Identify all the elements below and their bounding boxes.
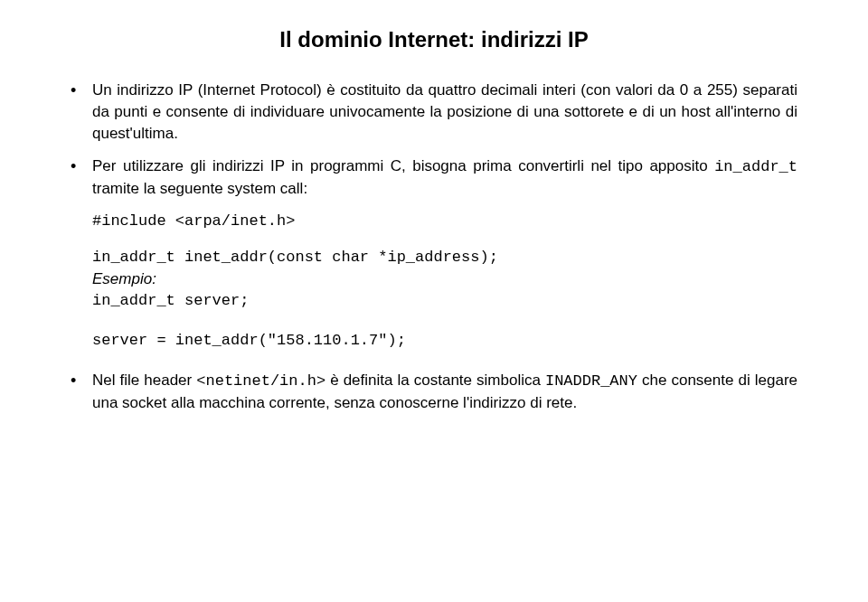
example-label: Esempio: <box>92 268 797 290</box>
text-fragment: tramite la seguente system call: <box>92 180 307 197</box>
bullet-item: • Per utilizzare gli indirizzi IP in pro… <box>71 155 797 200</box>
page-title: Il dominio Internet: indirizzi IP <box>71 27 797 52</box>
bullet-item: • Nel file header <netinet/in.h> è defin… <box>71 370 797 414</box>
inline-code: <netinet/in.h> <box>196 372 326 390</box>
bullet-icon: • <box>71 155 92 200</box>
inline-code: in_addr_t <box>714 158 797 175</box>
text-fragment: Nel file header <box>92 372 196 389</box>
text-fragment: è definita la costante simbolica <box>326 372 545 389</box>
paragraph: Per utilizzare gli indirizzi IP in progr… <box>92 155 797 200</box>
document-page: Il dominio Internet: indirizzi IP • Un i… <box>0 0 868 450</box>
bullet-icon: • <box>71 80 92 145</box>
text-fragment: Per utilizzare gli indirizzi IP in progr… <box>92 157 714 174</box>
bullet-item: • Un indirizzo IP (Internet Protocol) è … <box>71 80 797 145</box>
inline-code: INADDR_ANY <box>545 372 637 390</box>
code-line: server = inet_addr("158.110.1.7"); <box>92 330 797 352</box>
paragraph: Nel file header <netinet/in.h> è definit… <box>92 370 797 414</box>
code-line: in_addr_t server; <box>92 290 797 312</box>
code-line: in_addr_t inet_addr(const char *ip_addre… <box>92 247 797 268</box>
text-fragment: Esempio: <box>92 270 156 287</box>
paragraph: Un indirizzo IP (Internet Protocol) è co… <box>92 80 797 145</box>
code-line: #include <arpa/inet.h> <box>92 211 797 232</box>
bullet-icon: • <box>71 370 92 414</box>
